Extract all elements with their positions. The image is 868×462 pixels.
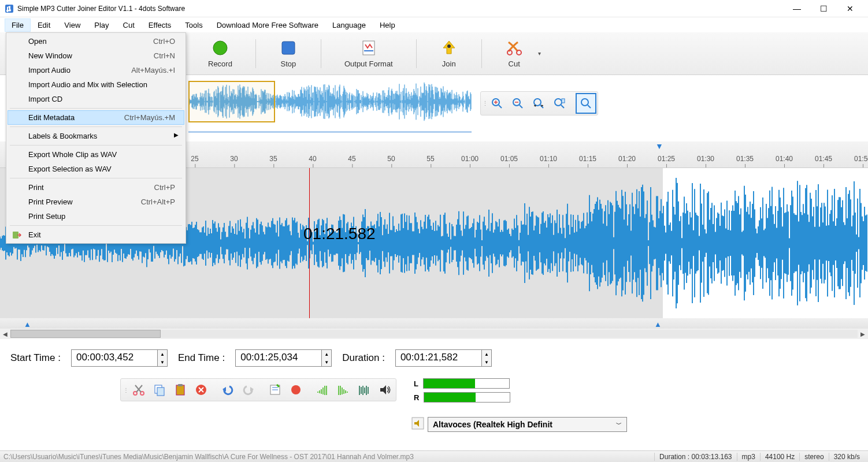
combo-arrow-icon: ﹀ — [616, 420, 622, 429]
menu-print-setup[interactable]: Print Setup — [8, 209, 184, 223]
normalize-button[interactable] — [355, 381, 373, 398]
cut-tool-button[interactable] — [130, 381, 147, 398]
record-label: Record — [208, 59, 232, 68]
record-icon — [211, 39, 229, 57]
end-time-up[interactable]: ▲ — [322, 350, 331, 358]
menu-separator — [10, 225, 182, 226]
end-time-input[interactable]: 00:01:25,034 — [235, 349, 322, 367]
status-filepath: C:\Users\Usuario\Music\iTunes\iTunes Med… — [3, 453, 654, 461]
playhead[interactable] — [309, 168, 310, 318]
properties-button[interactable] — [266, 381, 284, 398]
menu-print-preview[interactable]: Print PreviewCtrl+Alt+P — [8, 195, 184, 209]
join-button[interactable]: Join — [434, 36, 464, 70]
scroll-thumb[interactable] — [10, 330, 161, 338]
duration-input[interactable]: 00:01:21,582 — [395, 349, 482, 367]
end-time-down[interactable]: ▼ — [322, 358, 331, 366]
record-small-button[interactable] — [287, 381, 305, 398]
output-device-combo[interactable]: Altavoces (Realtek High Definit ﹀ — [428, 417, 627, 432]
output-format-label: Output Format — [344, 59, 393, 68]
maximize-button[interactable]: ☐ — [810, 0, 837, 17]
svg-rect-25 — [562, 99, 565, 103]
close-button[interactable]: ✕ — [837, 0, 863, 17]
menu-tools[interactable]: Tools — [178, 18, 209, 32]
menu-export-whole-wav[interactable]: Export Whole Clip as WAV — [8, 147, 184, 162]
menu-import-mix[interactable]: Import Audio and Mix with Selection — [8, 77, 184, 92]
svg-line-17 — [520, 105, 522, 108]
menu-language[interactable]: Language — [325, 18, 373, 32]
output-format-button[interactable]: Output Format — [339, 36, 399, 70]
duration-label: Duration : — [342, 352, 385, 364]
menu-download[interactable]: Download More Free Software — [210, 18, 325, 32]
menu-export-selection-wav[interactable]: Export Selection as WAV — [8, 162, 184, 176]
cut-button[interactable]: Cut — [499, 36, 529, 70]
redo-button[interactable] — [240, 381, 257, 398]
svg-marker-63 — [380, 385, 386, 394]
minimize-button[interactable]: — — [784, 0, 810, 17]
menu-open[interactable]: OpenCtrl+O — [8, 34, 184, 49]
menu-edit-metadata[interactable]: Edit MetadataCtrl+Mayús.+M — [8, 110, 184, 125]
overview-waveform[interactable] — [188, 81, 472, 133]
cut-dropdown-arrow[interactable]: ▾ — [538, 50, 541, 57]
ruler-tick: 01:25 — [658, 155, 675, 163]
copy-button[interactable] — [151, 381, 168, 398]
toolbar-separator — [255, 39, 256, 68]
svg-line-24 — [561, 105, 564, 108]
toolbar-grip-icon[interactable]: ⋮ — [123, 387, 127, 393]
delete-button[interactable] — [192, 381, 210, 398]
ruler-tick: 35 — [269, 155, 277, 163]
scroll-left-button[interactable]: ◀ — [0, 329, 10, 339]
menu-import-cd[interactable]: Import CD — [8, 92, 184, 106]
menu-separator — [10, 126, 182, 127]
level-meters: L R — [414, 378, 510, 406]
status-channels: stereo — [799, 453, 828, 461]
ruler-end-marker-icon[interactable]: ▼ — [655, 141, 663, 151]
menu-import-audio[interactable]: Import AudioAlt+Mayús.+I — [8, 63, 184, 77]
ruler-tick: 01:05 — [500, 155, 518, 163]
horizontal-scrollbar[interactable]: ◀ ▶ — [0, 329, 868, 339]
record-button[interactable]: Record — [202, 36, 238, 70]
menu-exit[interactable]: Exit — [8, 228, 184, 242]
zoom-in-button[interactable] — [487, 93, 507, 114]
volume-button[interactable] — [376, 381, 394, 398]
scroll-track[interactable] — [10, 330, 858, 338]
edit-toolbar: ⋮ — [120, 378, 396, 401]
toolbar-separator — [416, 39, 417, 68]
menu-print[interactable]: PrintCtrl+P — [8, 180, 184, 195]
selection-end-marker-icon[interactable]: ▲ — [654, 320, 662, 329]
menu-play[interactable]: Play — [87, 18, 116, 32]
undo-button[interactable] — [219, 381, 236, 398]
menu-effects[interactable]: Effects — [142, 18, 179, 32]
selection-start-marker-icon[interactable]: ▲ — [24, 320, 31, 329]
menu-help[interactable]: Help — [373, 18, 402, 32]
duration-down[interactable]: ▼ — [482, 358, 491, 366]
zoom-selection-button[interactable] — [549, 93, 570, 114]
fade-out-button[interactable] — [335, 381, 352, 398]
start-time-input[interactable]: 00:00:03,452 — [71, 349, 158, 367]
zoom-fit-button[interactable] — [528, 93, 549, 114]
duration-up[interactable]: ▲ — [482, 350, 491, 358]
stop-icon — [279, 39, 298, 57]
paste-button[interactable] — [172, 381, 189, 398]
svg-rect-3 — [282, 42, 295, 54]
menu-file[interactable]: File — [5, 18, 31, 32]
start-time-down[interactable]: ▼ — [158, 358, 167, 366]
menu-labels-bookmarks[interactable]: Labels & Bookmarks▶ — [8, 129, 184, 143]
toolbar-grip-icon[interactable]: ⋮ — [482, 93, 487, 114]
fade-in-button[interactable] — [314, 381, 331, 398]
overview-selection[interactable] — [188, 81, 275, 122]
zoom-default-button[interactable] — [576, 93, 596, 114]
svg-rect-6 — [364, 50, 373, 51]
menu-cut[interactable]: Cut — [116, 18, 142, 32]
end-time-spinner: ▲▼ — [322, 349, 332, 367]
menu-edit[interactable]: Edit — [31, 18, 57, 32]
start-time-up[interactable]: ▲ — [158, 350, 167, 358]
menu-new-window[interactable]: New WindowCtrl+N — [8, 49, 184, 63]
svg-point-10 — [517, 50, 521, 55]
scroll-right-button[interactable]: ▶ — [858, 329, 868, 339]
zoom-out-button[interactable] — [507, 93, 528, 114]
menu-view[interactable]: View — [57, 18, 87, 32]
output-device-value: Altavoces (Realtek High Definit — [433, 420, 552, 429]
join-label: Join — [442, 59, 456, 68]
stop-button[interactable]: Stop — [273, 36, 303, 70]
exit-icon — [12, 230, 21, 240]
